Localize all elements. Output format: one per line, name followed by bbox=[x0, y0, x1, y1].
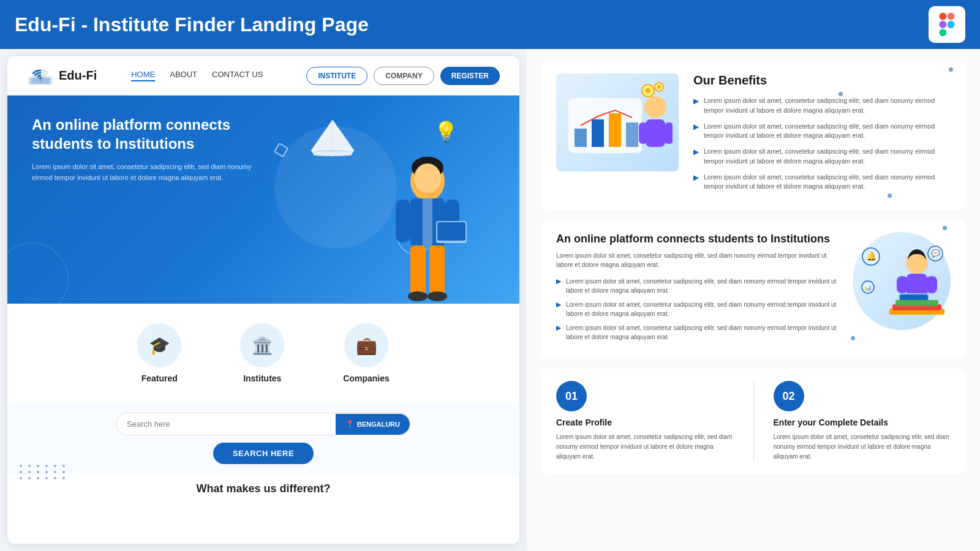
svg-point-20 bbox=[428, 291, 447, 301]
logo-text: Edu-Fi bbox=[59, 69, 97, 83]
svg-text:📊: 📊 bbox=[864, 283, 872, 291]
step-2-number: 02 bbox=[774, 381, 804, 411]
search-input[interactable] bbox=[117, 413, 336, 435]
featured-icon: 🎓 bbox=[137, 323, 181, 367]
svg-text:💬: 💬 bbox=[931, 249, 940, 258]
featured-label: Featured bbox=[141, 373, 178, 383]
svg-point-33 bbox=[657, 85, 661, 89]
hero-section: An online platform connects students to … bbox=[7, 96, 519, 304]
step-2: 02 Enter your Complete Details Lorem ips… bbox=[774, 381, 951, 462]
platform-item-2: ▶ Lorem ipsum dolor sit amet, consetetur… bbox=[556, 300, 838, 318]
platform-arrow-1: ▶ bbox=[556, 277, 561, 285]
search-button[interactable]: SEARCH HERE bbox=[213, 443, 314, 464]
scatter-dot-4 bbox=[943, 226, 947, 230]
institute-button[interactable]: INSTITUTE bbox=[306, 67, 368, 85]
nav-about[interactable]: ABOUT bbox=[170, 70, 197, 81]
platform-item-3: ▶ Lorem ipsum dolor sit amet, consetetur… bbox=[556, 323, 838, 342]
bottom-section: What makes us different? bbox=[7, 474, 519, 504]
register-button[interactable]: REGISTER bbox=[440, 67, 500, 85]
page-title-bar: Edu-Fi - Institute Finder Landing Page bbox=[0, 0, 980, 49]
step-2-description: Lorem ipsum dolor sit amet, consetetur s… bbox=[774, 432, 951, 462]
hero-description: Lorem ipsum dolor sit amet, consetetur s… bbox=[32, 162, 265, 183]
platform-content: An online platform connects students to … bbox=[556, 232, 838, 347]
benefit-text-1: Lorem ipsum dolor sit amet, consetetur s… bbox=[704, 96, 951, 116]
student-svg bbox=[372, 132, 483, 304]
page-title: Edu-Fi - Institute Finder Landing Page bbox=[15, 13, 369, 36]
logo-icon bbox=[27, 66, 54, 86]
platform-illustration: 🔔 💬 📊 bbox=[853, 232, 951, 330]
benefit-item-4: ▶ Lorem ipsum dolor sit amet, consetetur… bbox=[693, 173, 951, 192]
svg-rect-13 bbox=[396, 200, 410, 242]
student-figure bbox=[372, 132, 483, 304]
svg-rect-27 bbox=[646, 119, 665, 147]
step-2-title: Enter your Complete Details bbox=[774, 418, 951, 427]
main-content: Edu-Fi HOME ABOUT CONTACT US INSTITUTE C… bbox=[0, 49, 980, 551]
svg-point-10 bbox=[414, 163, 441, 193]
platform-description: Lorem ipsum dolor sit amet, consetetur s… bbox=[556, 251, 838, 269]
svg-rect-23 bbox=[592, 119, 604, 147]
left-panel: Edu-Fi HOME ABOUT CONTACT US INSTITUTE C… bbox=[0, 49, 527, 551]
svg-point-4 bbox=[948, 21, 955, 28]
location-badge[interactable]: 📍 BENGALURU bbox=[336, 414, 410, 435]
nav-home[interactable]: HOME bbox=[131, 70, 155, 81]
svg-rect-22 bbox=[575, 129, 587, 147]
step-1: 01 Create Profile Lorem ipsum dolor sit … bbox=[556, 381, 734, 462]
benefits-title: Our Benefits bbox=[693, 73, 951, 88]
benefit-text-4: Lorem ipsum dolor sit amet, consetetur s… bbox=[704, 173, 951, 192]
svg-rect-28 bbox=[639, 122, 647, 144]
benefit-arrow-2: ▶ bbox=[693, 122, 699, 131]
logo-area: Edu-Fi bbox=[27, 66, 97, 86]
svg-rect-2 bbox=[939, 21, 946, 28]
featured-card[interactable]: 🎓 Featured bbox=[123, 313, 196, 393]
hero-deco-circle-1 bbox=[7, 242, 69, 304]
nav-buttons: INSTITUTE COMPANY REGISTER bbox=[306, 67, 500, 85]
nav-contact[interactable]: CONTACT US bbox=[212, 70, 263, 81]
benefit-arrow-3: ▶ bbox=[693, 148, 699, 156]
scatter-dot-3 bbox=[888, 193, 892, 198]
benefits-section: Our Benefits ▶ Lorem ipsum dolor sit ame… bbox=[541, 61, 965, 210]
figma-logo[interactable] bbox=[929, 6, 965, 43]
benefit-item-3: ▶ Lorem ipsum dolor sit amet, consetetur… bbox=[693, 147, 951, 167]
website-mockup: Edu-Fi HOME ABOUT CONTACT US INSTITUTE C… bbox=[7, 56, 519, 544]
steps-section: 01 Create Profile Lorem ipsum dolor sit … bbox=[541, 369, 965, 474]
benefit-text-2: Lorem ipsum dolor sit amet, consetetur s… bbox=[704, 122, 951, 141]
benefits-svg bbox=[562, 80, 673, 165]
platform-arrow-2: ▶ bbox=[556, 301, 561, 309]
search-section: 📍 BENGALURU SEARCH HERE bbox=[7, 403, 519, 474]
book-icon bbox=[305, 114, 360, 163]
benefit-arrow-4: ▶ bbox=[693, 173, 699, 182]
svg-rect-36 bbox=[897, 276, 908, 293]
bottom-title: What makes us different? bbox=[32, 482, 495, 495]
svg-rect-3 bbox=[939, 29, 946, 36]
benefits-content: Our Benefits ▶ Lorem ipsum dolor sit ame… bbox=[693, 73, 951, 198]
scatter-dot-2 bbox=[839, 92, 843, 96]
location-pin-icon: 📍 bbox=[345, 420, 355, 429]
step-1-title: Create Profile bbox=[556, 418, 734, 427]
institutes-icon: 🏛️ bbox=[240, 323, 284, 367]
companies-card[interactable]: 💼 Companies bbox=[328, 313, 404, 393]
dots-pattern bbox=[20, 465, 67, 479]
platform-text-3: Lorem ipsum dolor sit amet, consetetur s… bbox=[566, 323, 838, 342]
institutes-label: Institutes bbox=[243, 373, 281, 383]
platform-text-1: Lorem ipsum dolor sit amet, consetetur s… bbox=[566, 277, 838, 295]
svg-rect-25 bbox=[626, 122, 638, 147]
svg-point-7 bbox=[39, 77, 42, 79]
platform-item-1: ▶ Lorem ipsum dolor sit amet, consetetur… bbox=[556, 277, 838, 295]
svg-rect-42 bbox=[895, 300, 938, 306]
svg-point-31 bbox=[646, 88, 650, 93]
svg-text:🔔: 🔔 bbox=[866, 251, 877, 261]
svg-point-19 bbox=[408, 291, 428, 301]
benefits-illustration bbox=[556, 73, 679, 171]
institutes-card[interactable]: 🏛️ Institutes bbox=[225, 313, 299, 393]
hero-title: An online platform connects students to … bbox=[32, 115, 265, 153]
svg-point-26 bbox=[644, 96, 666, 118]
platform-text-2: Lorem ipsum dolor sit amet, consetetur s… bbox=[566, 300, 838, 318]
company-button[interactable]: COMPANY bbox=[374, 67, 434, 85]
cards-section: 🎓 Featured 🏛️ Institutes 💼 Companies bbox=[7, 304, 519, 403]
svg-rect-1 bbox=[948, 13, 955, 20]
svg-rect-37 bbox=[926, 276, 937, 293]
platform-svg: 🔔 💬 📊 bbox=[859, 238, 944, 324]
step-1-number: 01 bbox=[556, 381, 587, 411]
location-text: BENGALURU bbox=[357, 421, 400, 428]
benefit-text-3: Lorem ipsum dolor sit amet, consetetur s… bbox=[704, 147, 951, 167]
